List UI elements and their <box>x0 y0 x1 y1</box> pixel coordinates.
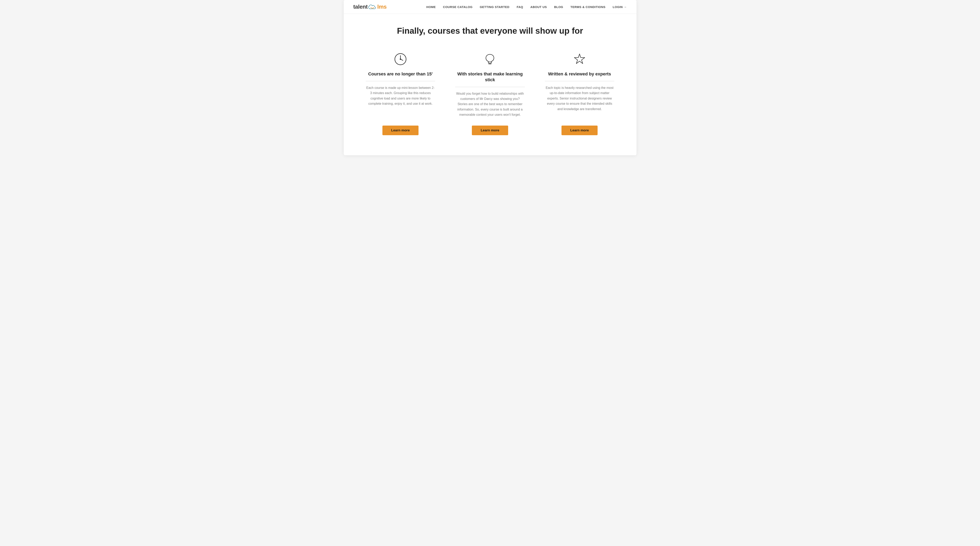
feature-divider-2 <box>455 87 525 87</box>
star-icon <box>572 52 587 66</box>
feature-description-short-courses: Each course is made up mini-lesson betwe… <box>366 85 435 118</box>
nav-item-home[interactable]: HOME <box>426 5 436 9</box>
learn-more-button-stories[interactable]: Learn more <box>472 126 508 135</box>
learn-more-button-experts[interactable]: Learn more <box>562 126 598 135</box>
nav-item-about-us[interactable]: ABOUT US <box>530 5 547 9</box>
feature-title-stories: With stories that make learning stick <box>455 71 525 83</box>
nav-item-course-catalog[interactable]: COURSE CATALOG <box>443 5 473 9</box>
feature-description-experts: Each topic is heavily researched using t… <box>545 85 614 118</box>
feature-title-short-courses: Courses are no longer than 15' <box>368 71 433 77</box>
feature-title-experts: Written & reviewed by experts <box>548 71 611 77</box>
feature-divider-1 <box>366 81 435 81</box>
nav-item-getting-started[interactable]: GETTING STARTED <box>480 5 509 9</box>
nav-item-faq[interactable]: FAQ <box>517 5 523 9</box>
clock-icon <box>393 52 408 66</box>
main-nav: HOME COURSE CATALOG GETTING STARTED FAQ … <box>426 5 627 9</box>
page-title: Finally, courses that everyone will show… <box>356 26 624 36</box>
logo-cloud-icon <box>368 4 377 10</box>
learn-more-button-short-courses[interactable]: Learn more <box>382 126 419 135</box>
nav-item-blog[interactable]: BLOG <box>554 5 563 9</box>
feature-card-experts: Written & reviewed by experts Each topic… <box>539 48 620 139</box>
nav-item-terms[interactable]: TERMS & CONDITIONS <box>570 5 605 9</box>
feature-card-short-courses: Courses are no longer than 15' Each cour… <box>360 48 441 139</box>
svg-marker-7 <box>574 54 585 64</box>
logo-text-talent: talent <box>353 3 368 10</box>
logo[interactable]: talent lms <box>353 3 387 10</box>
lightbulb-icon <box>483 52 497 66</box>
features-grid: Courses are no longer than 15' Each cour… <box>360 48 620 139</box>
logo-text-lms: lms <box>377 3 387 10</box>
nav-item-login[interactable]: LOGIN → <box>612 5 627 9</box>
feature-divider-3 <box>545 81 614 81</box>
svg-point-3 <box>400 59 401 60</box>
feature-description-stories: Would you forget how to build relationsh… <box>455 91 525 118</box>
feature-card-stories: With stories that make learning stick Wo… <box>449 48 531 139</box>
